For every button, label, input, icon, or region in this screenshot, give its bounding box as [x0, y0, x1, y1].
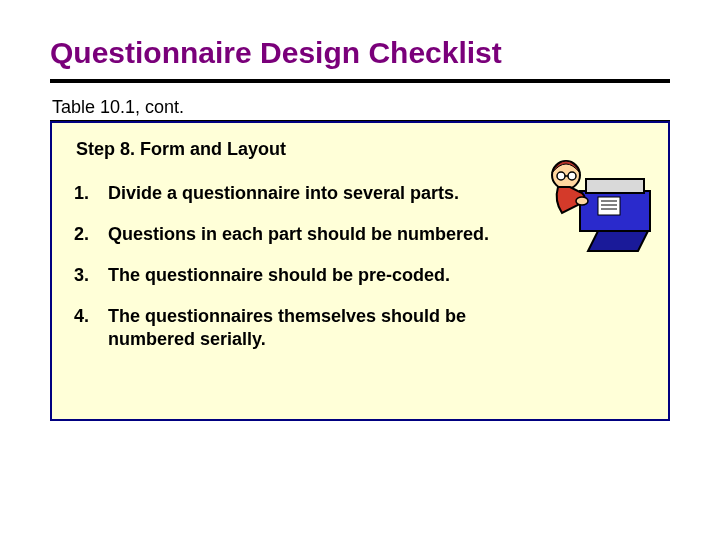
svg-point-8 [557, 172, 565, 180]
svg-point-9 [568, 172, 576, 180]
slide: Questionnaire Design Checklist Table 10.… [0, 0, 720, 540]
svg-rect-3 [598, 197, 620, 215]
svg-point-11 [576, 197, 588, 205]
content-box: Step 8. Form and Layout Divide a questio… [50, 121, 670, 421]
list-item: The questionnaires themselves should be … [74, 305, 538, 351]
page-title: Questionnaire Design Checklist [50, 36, 670, 69]
table-reference: Table 10.1, cont. [52, 97, 670, 118]
svg-marker-2 [588, 231, 648, 251]
list-item: The questionnaire should be pre-coded. [74, 264, 628, 287]
title-underline [50, 79, 670, 83]
copier-clipart-icon [528, 151, 658, 261]
svg-rect-1 [586, 179, 644, 193]
list-item: Questions in each part should be numbere… [74, 223, 538, 246]
